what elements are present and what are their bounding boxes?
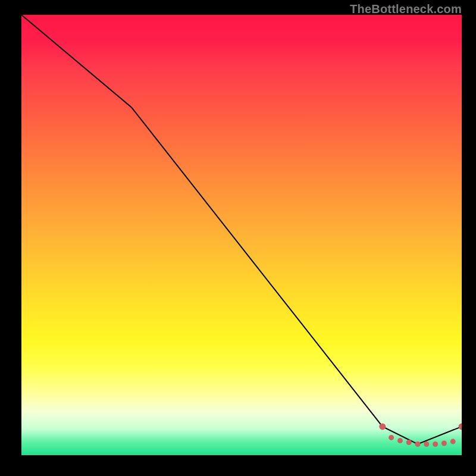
chart-stage: TheBottleneck.com <box>0 0 476 476</box>
data-point <box>433 441 438 447</box>
data-point <box>379 423 386 430</box>
data-point <box>441 441 447 446</box>
chart-svg <box>21 15 462 455</box>
data-point <box>459 423 462 430</box>
plot-area <box>21 15 462 455</box>
data-point <box>406 440 412 445</box>
main-curve <box>21 15 462 444</box>
data-point <box>397 438 403 443</box>
data-point <box>415 441 421 447</box>
data-point <box>389 435 394 440</box>
data-point <box>424 441 429 447</box>
watermark-text: TheBottleneck.com <box>350 2 462 16</box>
data-point <box>450 439 456 444</box>
